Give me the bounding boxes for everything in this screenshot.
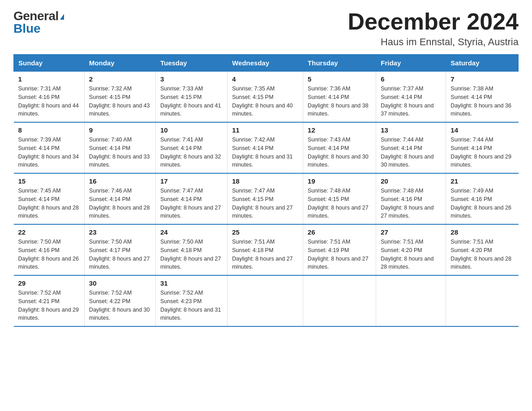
- day-number: 13: [381, 126, 441, 134]
- day-info: Sunrise: 7:51 AMSunset: 4:20 PMDaylight:…: [450, 239, 511, 270]
- day-number: 18: [232, 177, 298, 185]
- day-number: 23: [89, 228, 151, 236]
- day-number: 3: [160, 75, 223, 83]
- logo-bottom: Blue: [13, 21, 41, 36]
- calendar-cell: 15 Sunrise: 7:45 AMSunset: 4:14 PMDaylig…: [14, 173, 85, 224]
- day-info: Sunrise: 7:52 AMSunset: 4:21 PMDaylight:…: [18, 290, 79, 321]
- day-info: Sunrise: 7:50 AMSunset: 4:17 PMDaylight:…: [89, 239, 150, 270]
- calendar-cell: 28 Sunrise: 7:51 AMSunset: 4:20 PMDaylig…: [446, 224, 519, 275]
- calendar-week-row: 8 Sunrise: 7:39 AMSunset: 4:14 PMDayligh…: [14, 122, 519, 173]
- day-number: 24: [160, 228, 223, 236]
- calendar-cell: [303, 275, 376, 326]
- day-number: 14: [450, 126, 514, 134]
- calendar-week-row: 29 Sunrise: 7:52 AMSunset: 4:21 PMDaylig…: [14, 275, 519, 326]
- calendar-cell: 21 Sunrise: 7:49 AMSunset: 4:16 PMDaylig…: [446, 173, 519, 224]
- day-number: 5: [308, 75, 371, 83]
- day-number: 7: [450, 75, 514, 83]
- page-subtitle: Haus im Ennstal, Styria, Austria: [348, 36, 519, 48]
- calendar-cell: 12 Sunrise: 7:43 AMSunset: 4:14 PMDaylig…: [303, 122, 376, 173]
- day-info: Sunrise: 7:32 AMSunset: 4:15 PMDaylight:…: [89, 86, 150, 117]
- calendar-cell: 23 Sunrise: 7:50 AMSunset: 4:17 PMDaylig…: [84, 224, 155, 275]
- day-number: 9: [89, 126, 151, 134]
- day-info: Sunrise: 7:31 AMSunset: 4:16 PMDaylight:…: [18, 86, 79, 117]
- day-number: 1: [18, 75, 80, 83]
- day-number: 10: [160, 126, 223, 134]
- day-info: Sunrise: 7:40 AMSunset: 4:14 PMDaylight:…: [89, 137, 150, 168]
- day-info: Sunrise: 7:49 AMSunset: 4:16 PMDaylight:…: [450, 188, 511, 219]
- logo: General Blue: [13, 9, 64, 36]
- day-number: 29: [18, 279, 80, 287]
- day-info: Sunrise: 7:52 AMSunset: 4:23 PMDaylight:…: [160, 290, 221, 321]
- page-title: December 2024: [348, 9, 519, 34]
- calendar-cell: 16 Sunrise: 7:46 AMSunset: 4:14 PMDaylig…: [84, 173, 155, 224]
- day-number: 26: [308, 228, 371, 236]
- title-block: December 2024 Haus im Ennstal, Styria, A…: [348, 9, 519, 48]
- day-info: Sunrise: 7:47 AMSunset: 4:14 PMDaylight:…: [160, 188, 221, 219]
- calendar-week-row: 15 Sunrise: 7:45 AMSunset: 4:14 PMDaylig…: [14, 173, 519, 224]
- day-number: 16: [89, 177, 151, 185]
- day-info: Sunrise: 7:51 AMSunset: 4:18 PMDaylight:…: [232, 239, 293, 270]
- calendar-header-tuesday: Tuesday: [155, 55, 227, 72]
- calendar-cell: 10 Sunrise: 7:41 AMSunset: 4:14 PMDaylig…: [155, 122, 227, 173]
- calendar-cell: 25 Sunrise: 7:51 AMSunset: 4:18 PMDaylig…: [227, 224, 303, 275]
- day-number: 19: [308, 177, 371, 185]
- calendar-cell: 20 Sunrise: 7:48 AMSunset: 4:16 PMDaylig…: [376, 173, 446, 224]
- calendar-cell: 18 Sunrise: 7:47 AMSunset: 4:15 PMDaylig…: [227, 173, 303, 224]
- day-info: Sunrise: 7:38 AMSunset: 4:14 PMDaylight:…: [450, 86, 511, 117]
- day-number: 2: [89, 75, 151, 83]
- day-number: 31: [160, 279, 223, 287]
- calendar-cell: 24 Sunrise: 7:50 AMSunset: 4:18 PMDaylig…: [155, 224, 227, 275]
- day-info: Sunrise: 7:52 AMSunset: 4:22 PMDaylight:…: [89, 290, 150, 321]
- day-info: Sunrise: 7:37 AMSunset: 4:14 PMDaylight:…: [381, 86, 433, 117]
- calendar-cell: 9 Sunrise: 7:40 AMSunset: 4:14 PMDayligh…: [84, 122, 155, 173]
- calendar-cell: 3 Sunrise: 7:33 AMSunset: 4:15 PMDayligh…: [155, 72, 227, 123]
- day-info: Sunrise: 7:42 AMSunset: 4:14 PMDaylight:…: [232, 137, 293, 168]
- day-info: Sunrise: 7:51 AMSunset: 4:19 PMDaylight:…: [308, 239, 369, 270]
- day-number: 21: [450, 177, 514, 185]
- day-number: 12: [308, 126, 371, 134]
- calendar-table: SundayMondayTuesdayWednesdayThursdayFrid…: [13, 54, 519, 327]
- calendar-header-monday: Monday: [84, 55, 155, 72]
- calendar-header-row: SundayMondayTuesdayWednesdayThursdayFrid…: [14, 55, 519, 72]
- calendar-cell: 14 Sunrise: 7:44 AMSunset: 4:14 PMDaylig…: [446, 122, 519, 173]
- calendar-cell: 4 Sunrise: 7:35 AMSunset: 4:15 PMDayligh…: [227, 72, 303, 123]
- day-number: 22: [18, 228, 80, 236]
- calendar-cell: 30 Sunrise: 7:52 AMSunset: 4:22 PMDaylig…: [84, 275, 155, 326]
- calendar-cell: 17 Sunrise: 7:47 AMSunset: 4:14 PMDaylig…: [155, 173, 227, 224]
- calendar-cell: 13 Sunrise: 7:44 AMSunset: 4:14 PMDaylig…: [376, 122, 446, 173]
- day-info: Sunrise: 7:36 AMSunset: 4:14 PMDaylight:…: [308, 86, 369, 117]
- day-info: Sunrise: 7:45 AMSunset: 4:14 PMDaylight:…: [18, 188, 79, 219]
- calendar-header-friday: Friday: [376, 55, 446, 72]
- calendar-header-wednesday: Wednesday: [227, 55, 303, 72]
- day-info: Sunrise: 7:44 AMSunset: 4:14 PMDaylight:…: [381, 137, 433, 168]
- day-number: 28: [450, 228, 514, 236]
- day-info: Sunrise: 7:44 AMSunset: 4:14 PMDaylight:…: [450, 137, 511, 168]
- calendar-cell: 29 Sunrise: 7:52 AMSunset: 4:21 PMDaylig…: [14, 275, 85, 326]
- calendar-cell: 11 Sunrise: 7:42 AMSunset: 4:14 PMDaylig…: [227, 122, 303, 173]
- day-info: Sunrise: 7:50 AMSunset: 4:16 PMDaylight:…: [18, 239, 79, 270]
- day-number: 4: [232, 75, 298, 83]
- day-info: Sunrise: 7:41 AMSunset: 4:14 PMDaylight:…: [160, 137, 221, 168]
- calendar-cell: 1 Sunrise: 7:31 AMSunset: 4:16 PMDayligh…: [14, 72, 85, 123]
- calendar-cell: 22 Sunrise: 7:50 AMSunset: 4:16 PMDaylig…: [14, 224, 85, 275]
- day-info: Sunrise: 7:43 AMSunset: 4:14 PMDaylight:…: [308, 137, 369, 168]
- calendar-cell: 2 Sunrise: 7:32 AMSunset: 4:15 PMDayligh…: [84, 72, 155, 123]
- day-number: 8: [18, 126, 80, 134]
- calendar-header-thursday: Thursday: [303, 55, 376, 72]
- day-info: Sunrise: 7:48 AMSunset: 4:16 PMDaylight:…: [381, 188, 433, 219]
- day-info: Sunrise: 7:39 AMSunset: 4:14 PMDaylight:…: [18, 137, 79, 168]
- calendar-cell: [376, 275, 446, 326]
- day-number: 15: [18, 177, 80, 185]
- calendar-cell: [446, 275, 519, 326]
- calendar-cell: 7 Sunrise: 7:38 AMSunset: 4:14 PMDayligh…: [446, 72, 519, 123]
- day-number: 17: [160, 177, 223, 185]
- day-info: Sunrise: 7:35 AMSunset: 4:15 PMDaylight:…: [232, 86, 293, 117]
- day-number: 27: [381, 228, 441, 236]
- calendar-cell: 31 Sunrise: 7:52 AMSunset: 4:23 PMDaylig…: [155, 275, 227, 326]
- calendar-week-row: 1 Sunrise: 7:31 AMSunset: 4:16 PMDayligh…: [14, 72, 519, 123]
- day-number: 25: [232, 228, 298, 236]
- calendar-cell: [227, 275, 303, 326]
- day-number: 30: [89, 279, 151, 287]
- day-number: 11: [232, 126, 298, 134]
- calendar-cell: 6 Sunrise: 7:37 AMSunset: 4:14 PMDayligh…: [376, 72, 446, 123]
